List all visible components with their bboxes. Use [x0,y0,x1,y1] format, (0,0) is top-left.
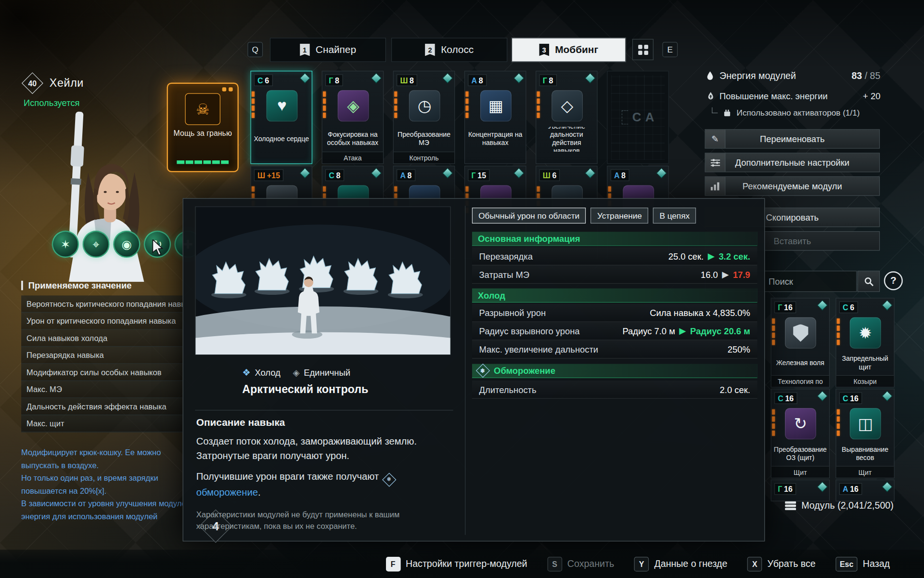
next-tab-key-hint: E [662,42,678,57]
inventory-card-transcendent-shield[interactable]: C6 Запредельный щит Козыри [835,298,894,387]
inventory-card-partial[interactable]: A16 [835,480,894,501]
skill-name: Арктический контроль [242,383,368,396]
module-category: Технология по [771,375,829,387]
connector-pins-icon [252,92,255,118]
save-hint[interactable]: S Сохранить [547,556,614,571]
skill-element-tag: ❖ Холод ◈ Единичный [242,367,350,378]
tab-mobbing[interactable]: 3 Моббинг [512,38,626,62]
section-header-basic: Основная информация [472,232,757,246]
skill-3-icon[interactable]: ◉ [113,231,140,258]
tab-label: Снайпер [316,44,356,55]
key-s: S [547,556,562,571]
polarity-gem-icon [585,73,596,84]
module-category: Контроль [394,152,454,163]
concentration-icon [480,90,512,121]
tab-sniper[interactable]: 1 Снайпер [270,38,386,62]
tag-elimination[interactable]: Устранение [590,208,648,223]
capacity-badge: Г16 [774,483,796,495]
polarity-gem-icon [442,168,453,179]
skill-preview-image [195,207,450,355]
key-f: F [385,556,400,571]
inventory-card-iron-will[interactable]: Г16 Железная воля Технология по [771,298,830,387]
capacity-badge: C16 [774,392,797,404]
module-card-cold-heart[interactable]: C6 Холодное сердце [250,71,312,164]
applied-value-row: Вероятность критического попадания навык… [21,295,183,313]
module-name: Концентрация на навыках [467,127,524,151]
focus-icon [338,90,369,121]
tag-area-damage[interactable]: Обычный урон по области [472,208,586,223]
popup-left-column: 4 ❖ Холод ◈ Единичный Арктический контро… [195,207,453,390]
applied-value-row: Сила навыков холода [21,329,183,347]
module-name: Увеличение дальности действия навыков [538,127,595,151]
tab-colossus[interactable]: 2 Колосс [391,38,507,62]
single-target-icon: ◈ [293,367,299,378]
back-hint[interactable]: Esc Назад [835,556,890,571]
module-slot-empty[interactable]: C A [607,71,669,164]
module-counter: Модуль (2,041/2,500) [785,500,894,511]
polarity-gem-icon [882,391,893,402]
capacity-badge: A8 [611,169,629,181]
connector-pins-icon [837,409,840,436]
module-name: Запредельный щит [838,352,892,375]
game-screen: Q 1 Снайпер 2 Колосс 3 Моббинг E 40 Хейл… [0,0,924,578]
tab-2-icon: 2 [425,44,435,56]
pencil-icon: ✎ [706,130,726,148]
module-card-skill-concentration[interactable]: A8 Концентрация на навыках [464,71,526,164]
energy-boost-row: Повышение макс. энергии + 20 [707,91,880,101]
shield-icon [785,317,816,349]
module-category: Щит [771,466,829,477]
module-card-skill-range[interactable]: Г8 Увеличение дальности действия навыков [536,71,598,164]
frostbite-link[interactable]: обморожение [196,486,258,497]
tag-chained[interactable]: В цепях [653,208,696,223]
polarity-gem-icon [513,73,525,84]
inventory-card-hp-conversion[interactable]: C16 Преобразование ОЗ (щит) Щит [771,389,830,478]
trigger-module-name: Мощь за гранью [170,129,235,138]
tree-connector [712,107,718,113]
socket-data-hint[interactable]: Y Данные о гнезде [634,556,728,571]
energy-label: Энергия модулей [719,71,796,81]
module-name: Преобразование МЭ [396,127,453,151]
sliders-icon [706,153,726,171]
inventory-card-partial[interactable]: Г16 [771,480,830,501]
stat-row-mp-cost: Затраты МЭ 16.0▶17.9 [472,265,757,284]
polarity-gem-icon [882,482,893,493]
trigger-settings-hint[interactable]: F Настройки триггер-модулей [385,556,527,571]
trigger-module-card[interactable]: ☠ Мощь за гранью [167,82,239,172]
skill-2-icon[interactable]: ⌖ [82,231,109,258]
grapple-hook-note: Модифицирует крюк-кошку. Ее можно выпуск… [21,447,183,523]
stat-row-burst-damage: Разрывной урон Сила навыка x 4,835.0% [472,304,757,322]
capacity-badge: A8 [468,74,487,86]
empty-slot-icon: C A [611,75,665,160]
module-category: Щит [836,466,894,477]
inventory-card-scale-balance[interactable]: C16 Выравнивание весов Щит [835,389,894,478]
tab-label: Колосс [441,44,474,55]
module-card-special-focus[interactable]: Г8 Фокусировка на особых навыках Атака [322,71,384,164]
skill-description: Создает поток холода, замораживающий зем… [196,434,458,463]
cursor-icon [151,239,165,256]
applied-value-row: Модификатор силы особых навыков [21,364,183,381]
search-button[interactable] [858,271,880,292]
capacity-badge: A8 [397,169,415,181]
loadout-grid-button[interactable] [632,39,654,60]
recommended-modules-button[interactable]: Рекомендуемые модули [705,176,880,196]
extra-settings-button[interactable]: Дополнительные настройки [705,153,880,172]
energy-boost-label: Повышение макс. энергии [719,91,828,101]
capacity-badge: C6 [839,302,858,313]
rename-button[interactable]: ✎ Переименовать [705,129,880,148]
grid-icon [638,44,648,54]
help-button[interactable]: ? [884,271,903,290]
remove-all-hint[interactable]: X Убрать все [747,556,816,571]
activator-icon [723,109,731,117]
module-card-mp-conversion[interactable]: Ш8 Преобразование МЭ Контроль [393,71,455,164]
capacity-badge: C16 [839,392,862,404]
applied-values-list: Вероятность критического попадания навык… [21,295,183,432]
stat-row-duration: Длительность 2.0 сек. [472,381,757,399]
capacity-badge: Ш6 [539,169,560,181]
capacity-badge: Г8 [539,74,556,86]
module-name: Железная воля [773,352,828,375]
applied-value-row: Макс. щит [21,415,183,433]
skill-1-icon[interactable]: ✶ [52,231,79,258]
connector-pins-icon [394,92,397,118]
applied-value-row: Дальность действия эффекта навыка [21,398,183,416]
key-x: X [747,556,762,571]
